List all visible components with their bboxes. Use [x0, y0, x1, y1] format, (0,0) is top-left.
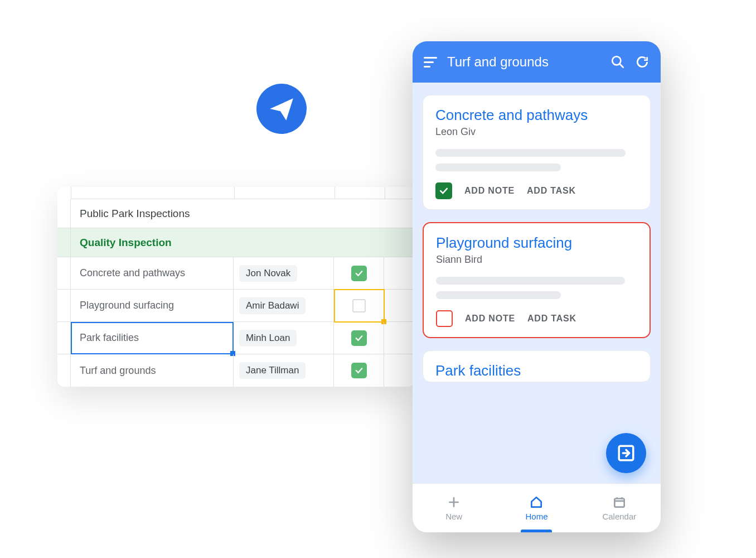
- nav-label: Calendar: [602, 512, 636, 521]
- table-row: Park facilities Minh Loan: [57, 322, 414, 354]
- task-cell[interactable]: Park facilities: [71, 322, 234, 354]
- table-row: Playground surfacing Amir Badawi: [57, 290, 414, 322]
- sheet-column-headers: [71, 187, 414, 199]
- card-title: Concrete and pathways: [435, 107, 638, 124]
- sheet-section-row: Quality Inspection: [57, 228, 414, 257]
- nav-label: Home: [525, 512, 547, 521]
- task-card[interactable]: Park facilities: [423, 350, 651, 382]
- checkbox-checked-icon: [351, 363, 367, 378]
- add-note-button[interactable]: ADD NOTE: [465, 314, 515, 324]
- status-cell[interactable]: [334, 257, 384, 289]
- app-title: Turf and grounds: [447, 54, 600, 70]
- menu-icon[interactable]: [424, 57, 437, 68]
- skeleton-line: [436, 291, 561, 299]
- arrow-right-box-icon: [617, 444, 636, 463]
- assignee-chip: Amir Badawi: [239, 297, 306, 314]
- nav-new[interactable]: New: [413, 484, 495, 532]
- table-row: Turf and grounds Jane Tillman: [57, 354, 414, 387]
- app-header: Turf and grounds: [413, 41, 661, 83]
- assignee-cell[interactable]: Amir Badawi: [234, 290, 334, 321]
- mobile-app-frame: Turf and grounds Concrete and pathways L…: [413, 41, 661, 532]
- checkbox-checked-icon[interactable]: [435, 182, 452, 199]
- home-icon: [529, 495, 544, 509]
- bottom-nav: New Home Calendar: [413, 483, 661, 532]
- nav-active-indicator: [521, 530, 552, 532]
- skeleton-line: [436, 277, 625, 285]
- refresh-icon[interactable]: [635, 55, 650, 69]
- assignee-cell[interactable]: Minh Loan: [234, 322, 334, 354]
- nav-label: New: [445, 512, 462, 521]
- task-cell[interactable]: Concrete and pathways: [71, 257, 234, 289]
- task-cell[interactable]: Turf and grounds: [71, 354, 234, 387]
- task-cell[interactable]: Playground surfacing: [71, 290, 234, 321]
- sheet-title[interactable]: Public Park Inspections: [71, 199, 234, 228]
- assignee-chip: Minh Loan: [239, 330, 297, 347]
- skeleton-line: [435, 149, 626, 157]
- app-body[interactable]: Concrete and pathways Leon Giv ADD NOTE …: [413, 83, 661, 483]
- checkbox-checked-icon: [351, 330, 367, 346]
- sheet-title-row: Public Park Inspections: [57, 199, 414, 228]
- skeleton-line: [435, 163, 561, 171]
- paper-plane-badge: [256, 84, 307, 134]
- svg-rect-2: [614, 499, 624, 507]
- card-title: Playground surfacing: [436, 234, 637, 252]
- assignee-chip: Jane Tillman: [239, 362, 306, 379]
- sheet-section-header[interactable]: Quality Inspection: [71, 228, 234, 257]
- status-cell[interactable]: [334, 354, 384, 387]
- card-actions: ADD NOTE ADD TASK: [436, 310, 637, 327]
- checkbox-unchecked-icon: [352, 299, 366, 312]
- assignee-chip: Jon Novak: [239, 265, 297, 282]
- checkbox-unchecked-icon[interactable]: [436, 310, 453, 327]
- assignee-cell[interactable]: Jon Novak: [234, 257, 334, 289]
- card-assignee: Siann Bird: [436, 254, 637, 266]
- nav-home[interactable]: Home: [495, 484, 578, 532]
- checkbox-checked-icon: [351, 266, 367, 281]
- task-card-alert[interactable]: Playground surfacing Siann Bird ADD NOTE…: [423, 222, 651, 338]
- add-task-button[interactable]: ADD TASK: [527, 186, 576, 196]
- paper-plane-icon: [268, 95, 295, 123]
- card-actions: ADD NOTE ADD TASK: [435, 182, 638, 199]
- status-cell[interactable]: [334, 290, 384, 321]
- add-task-button[interactable]: ADD TASK: [527, 314, 576, 324]
- card-assignee: Leon Giv: [435, 126, 638, 138]
- plus-icon: [447, 495, 461, 509]
- calendar-icon: [612, 495, 627, 509]
- status-cell[interactable]: [334, 322, 384, 354]
- table-row: Concrete and pathways Jon Novak: [57, 257, 414, 290]
- search-icon[interactable]: [610, 55, 625, 69]
- task-card[interactable]: Concrete and pathways Leon Giv ADD NOTE …: [423, 95, 651, 210]
- assignee-cell[interactable]: Jane Tillman: [234, 354, 334, 387]
- nav-calendar[interactable]: Calendar: [578, 484, 661, 532]
- card-title: Park facilities: [435, 362, 638, 379]
- spreadsheet-panel: Public Park Inspections Quality Inspecti…: [57, 187, 414, 387]
- add-note-button[interactable]: ADD NOTE: [464, 186, 515, 196]
- fab-button[interactable]: [606, 433, 646, 473]
